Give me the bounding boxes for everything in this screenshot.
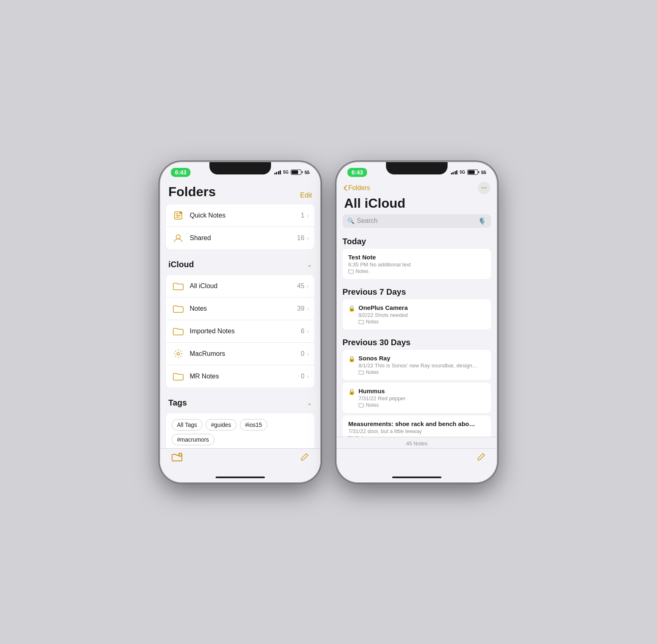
lock-icon: 🔒	[348, 388, 355, 395]
icloud-section-header: iCloud ⌄	[160, 252, 320, 273]
tag-macrumors[interactable]: #macrumors	[172, 434, 214, 445]
imported-notes-count: 6	[301, 328, 304, 335]
chevron-right-icon: ›	[307, 328, 309, 335]
folder-label: Notes	[366, 402, 379, 408]
chevron-right-icon: ›	[307, 373, 309, 380]
mr-notes-count: 0	[301, 373, 304, 380]
note-meta: 7/31/22 door, but a little leeway	[348, 428, 485, 434]
chevron-down-icon[interactable]: ⌄	[307, 261, 312, 268]
folder-icon	[172, 302, 185, 315]
chevron-right-icon: ›	[307, 235, 309, 241]
all-icloud-count: 45	[297, 282, 305, 290]
folders-title: Folders	[168, 184, 216, 199]
notes-count: 45 Notes	[406, 440, 427, 447]
search-bar[interactable]: 🔍 Search 🎙️	[342, 214, 491, 228]
folder-icon	[172, 280, 185, 293]
list-item[interactable]: All iCloud 45 ›	[166, 275, 315, 298]
gear-icon	[172, 347, 185, 360]
tags-chevron-down-icon[interactable]: ⌄	[307, 399, 312, 407]
list-item[interactable]: Test Note 6:35 PM No additional text Not…	[342, 249, 491, 279]
microphone-icon[interactable]: 🎙️	[478, 217, 486, 225]
macrumors-label: MacRumors	[190, 350, 301, 358]
folder-label: Notes	[366, 369, 379, 375]
left-phone: 6:43 5G 55 Folders Edit	[160, 162, 320, 482]
note-title: Sonos Ray	[358, 355, 485, 362]
prev7-header: Previous 7 Days	[342, 282, 491, 299]
home-indicator-right	[337, 472, 497, 482]
list-item[interactable]: Shared 16 ›	[166, 227, 315, 249]
all-icloud-label: All iCloud	[190, 282, 297, 290]
edit-button[interactable]: Edit	[300, 191, 312, 199]
note-title: OnePlus Camera	[358, 304, 485, 311]
bottom-toolbar-right	[337, 448, 497, 472]
back-button[interactable]: Folders	[343, 184, 370, 192]
folder-label: Notes	[366, 319, 379, 325]
list-item[interactable]: MR Notes 0 ›	[166, 365, 315, 387]
list-item[interactable]: MacRumors 0 ›	[166, 343, 315, 365]
shared-count: 16	[297, 234, 305, 242]
battery-percent-right: 55	[481, 170, 486, 175]
icloud-folders-section: All iCloud 45 › Notes 39 ›	[166, 275, 315, 387]
5g-icon: 5G	[283, 170, 288, 174]
prev30-header: Previous 30 Days	[342, 332, 491, 350]
more-button[interactable]: ···	[478, 182, 490, 194]
compose-button-left[interactable]	[300, 453, 309, 464]
imported-notes-label: Imported Notes	[190, 328, 301, 335]
quick-notes-section: Q Quick Notes 1 › Shared 16	[166, 204, 315, 249]
battery-percent: 55	[305, 170, 310, 175]
folder-label: Notes	[356, 268, 368, 274]
shared-label: Shared	[190, 234, 297, 242]
icloud-label: iCloud	[168, 260, 194, 269]
home-indicator-left	[160, 472, 320, 482]
time-left: 6:43	[171, 168, 191, 177]
search-icon: 🔍	[347, 218, 354, 224]
folder-icon	[172, 325, 185, 338]
tags-section-header: Tags ⌄	[160, 390, 320, 411]
shared-icon	[172, 231, 185, 245]
notch	[209, 162, 271, 174]
tag-all-tags[interactable]: All Tags	[172, 419, 202, 431]
list-item[interactable]: Imported Notes 6 ›	[166, 320, 315, 343]
new-folder-button[interactable]	[172, 453, 182, 464]
tags-label: Tags	[168, 398, 187, 408]
folder-icon	[172, 370, 185, 383]
note-folder: Notes	[348, 268, 485, 274]
time-right: 6:43	[347, 168, 367, 177]
note-meta: 7/31/22 Red pepper	[358, 395, 485, 401]
tags-list: All Tags #guides #ios15 #macrumors	[172, 419, 309, 445]
note-folder: Notes	[358, 319, 485, 325]
search-placeholder: Search	[357, 217, 476, 225]
signal-icon	[274, 170, 281, 174]
lock-icon: 🔒	[348, 305, 355, 312]
chevron-right-icon: ›	[307, 351, 309, 357]
list-item[interactable]: Measurements: shoe rack and bench abo… 7…	[342, 415, 491, 437]
tag-ios15[interactable]: #ios15	[240, 419, 267, 431]
notes-label: Notes	[190, 305, 297, 312]
note-title: Test Note	[348, 254, 485, 261]
note-title: Measurements: shoe rack and bench abo…	[348, 420, 485, 427]
status-icons-left: 5G 55	[274, 170, 310, 175]
svg-point-4	[177, 353, 179, 355]
chevron-right-icon: ›	[307, 212, 309, 219]
list-item[interactable]: 🔒 Sonos Ray 8/1/22 This is Sonos' new Ra…	[342, 350, 491, 380]
icloud-page-title: All iCloud	[337, 194, 497, 214]
battery-icon	[291, 170, 303, 175]
notes-count: 39	[297, 305, 305, 312]
icloud-nav: Folders ···	[337, 180, 497, 194]
quick-notes-label: Quick Notes	[190, 212, 301, 219]
compose-button-right[interactable]	[476, 453, 485, 464]
list-item[interactable]: Notes 39 ›	[166, 298, 315, 320]
macrumors-count: 0	[301, 350, 304, 358]
today-header: Today	[342, 231, 491, 249]
list-item[interactable]: 🔒 Hummus 7/31/22 Red pepper Notes	[342, 383, 491, 413]
right-phone: 6:43 5G 55 Fol	[337, 162, 497, 482]
list-item[interactable]: 🔒 OnePlus Camera 8/2/22 Shots needed Not…	[342, 299, 491, 330]
icloud-screen: Folders ··· All iCloud 🔍 Search 🎙️ Today…	[337, 180, 497, 472]
folders-list: Folders Edit Q Quick Notes 1	[160, 180, 320, 448]
tag-guides[interactable]: #guides	[206, 419, 237, 431]
lock-icon: 🔒	[348, 355, 355, 362]
quick-notes-count: 1	[301, 212, 304, 219]
svg-text:Q: Q	[180, 212, 181, 214]
signal-icon	[451, 170, 458, 174]
list-item[interactable]: Q Quick Notes 1 ›	[166, 204, 315, 227]
